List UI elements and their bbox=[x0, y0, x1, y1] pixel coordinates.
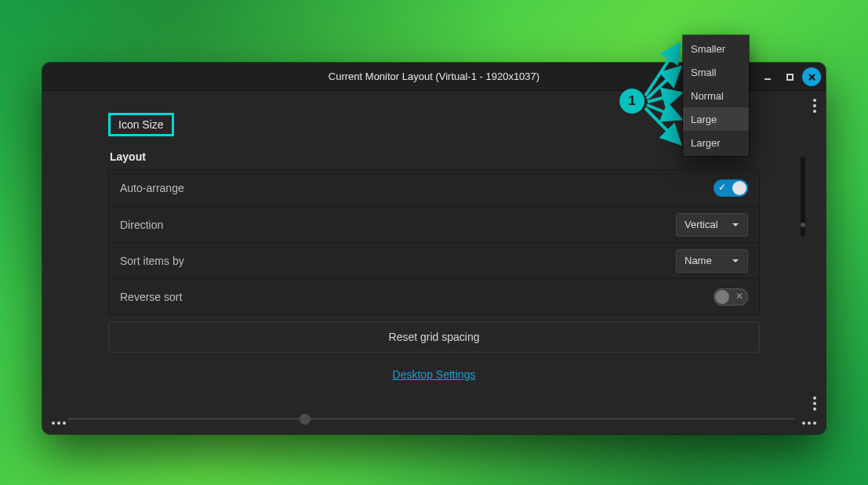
direction-dropdown[interactable]: Vertical bbox=[676, 213, 748, 237]
direction-value: Vertical bbox=[685, 219, 718, 230]
window-controls bbox=[758, 63, 821, 91]
sort-by-label: Sort items by bbox=[120, 255, 184, 267]
auto-arrange-toggle[interactable]: ✓ bbox=[714, 179, 748, 197]
menu-item-larger[interactable]: Larger bbox=[683, 131, 749, 154]
svg-rect-1 bbox=[787, 74, 793, 80]
resize-handle-icon[interactable] bbox=[802, 422, 816, 425]
direction-label: Direction bbox=[120, 219, 163, 231]
chevron-down-icon bbox=[732, 257, 739, 265]
reset-grid-spacing-button[interactable]: Reset grid spacing bbox=[108, 321, 760, 353]
auto-arrange-label: Auto-arrange bbox=[120, 182, 184, 194]
maximize-button[interactable] bbox=[780, 67, 799, 86]
check-icon: ✓ bbox=[718, 182, 726, 193]
vertical-scrollbar[interactable] bbox=[801, 157, 805, 237]
close-button[interactable] bbox=[802, 67, 821, 86]
row-sort-by: Sort items by Name bbox=[109, 242, 759, 278]
reverse-sort-label: Reverse sort bbox=[120, 291, 182, 303]
resize-handle-icon[interactable] bbox=[52, 422, 66, 425]
menu-item-large[interactable]: Large bbox=[683, 107, 749, 131]
row-direction: Direction Vertical bbox=[109, 206, 759, 242]
layout-section-title: Layout bbox=[110, 150, 760, 163]
horizontal-scrollbar[interactable] bbox=[67, 418, 794, 420]
kebab-icon[interactable] bbox=[813, 396, 816, 411]
menu-item-smaller[interactable]: Smaller bbox=[683, 37, 749, 60]
window-title: Current Monitor Layout (Virtual-1 - 1920… bbox=[329, 71, 539, 82]
menu-item-small[interactable]: Small bbox=[683, 60, 749, 84]
icon-size-highlight: Icon Size bbox=[108, 113, 174, 136]
desktop-settings-link[interactable]: Desktop Settings bbox=[393, 368, 476, 381]
minimize-button[interactable] bbox=[758, 67, 777, 86]
reverse-sort-toggle[interactable]: ✕ bbox=[714, 288, 748, 306]
chevron-down-icon bbox=[732, 221, 739, 229]
menu-item-normal[interactable]: Normal bbox=[683, 84, 749, 107]
row-reverse-sort: Reverse sort ✕ bbox=[109, 278, 759, 314]
layout-rows: Auto-arrange ✓ Direction Vertical Sort i… bbox=[108, 169, 760, 315]
sort-by-value: Name bbox=[685, 255, 712, 266]
kebab-icon[interactable] bbox=[813, 99, 816, 113]
x-icon: ✕ bbox=[735, 291, 743, 302]
sort-by-dropdown[interactable]: Name bbox=[676, 249, 748, 273]
row-auto-arrange: Auto-arrange ✓ bbox=[109, 170, 759, 206]
icon-size-menu: Smaller Small Normal Large Larger bbox=[683, 35, 749, 156]
